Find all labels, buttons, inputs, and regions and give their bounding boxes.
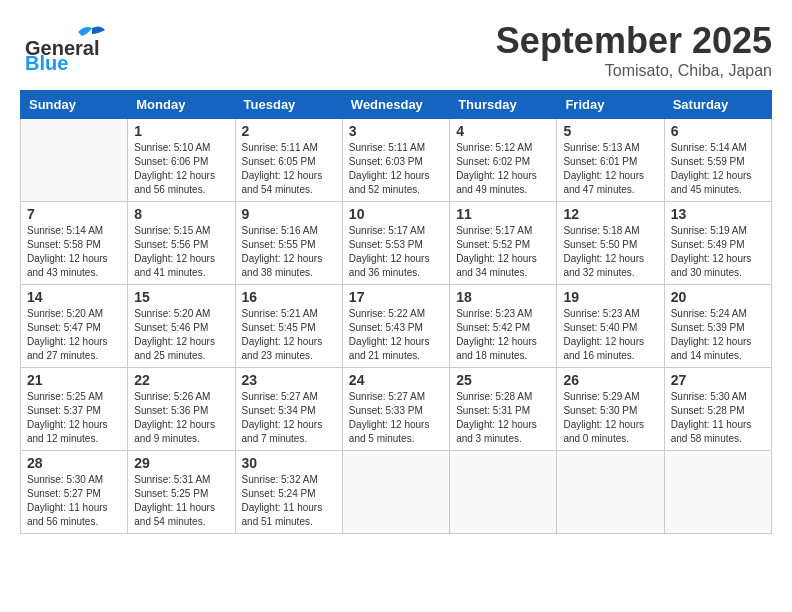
- calendar-cell: 3Sunrise: 5:11 AM Sunset: 6:03 PM Daylig…: [342, 119, 449, 202]
- calendar-cell: 11Sunrise: 5:17 AM Sunset: 5:52 PM Dayli…: [450, 202, 557, 285]
- month-title: September 2025: [496, 20, 772, 62]
- calendar-cell: 4Sunrise: 5:12 AM Sunset: 6:02 PM Daylig…: [450, 119, 557, 202]
- day-info: Sunrise: 5:25 AM Sunset: 5:37 PM Dayligh…: [27, 390, 121, 446]
- calendar-cell: 18Sunrise: 5:23 AM Sunset: 5:42 PM Dayli…: [450, 285, 557, 368]
- day-number: 18: [456, 289, 550, 305]
- calendar-cell: 6Sunrise: 5:14 AM Sunset: 5:59 PM Daylig…: [664, 119, 771, 202]
- day-info: Sunrise: 5:31 AM Sunset: 5:25 PM Dayligh…: [134, 473, 228, 529]
- calendar-cell: 12Sunrise: 5:18 AM Sunset: 5:50 PM Dayli…: [557, 202, 664, 285]
- weekday-header-tuesday: Tuesday: [235, 91, 342, 119]
- calendar-cell: 29Sunrise: 5:31 AM Sunset: 5:25 PM Dayli…: [128, 451, 235, 534]
- day-info: Sunrise: 5:11 AM Sunset: 6:05 PM Dayligh…: [242, 141, 336, 197]
- day-number: 26: [563, 372, 657, 388]
- calendar-week-1: 1Sunrise: 5:10 AM Sunset: 6:06 PM Daylig…: [21, 119, 772, 202]
- day-info: Sunrise: 5:17 AM Sunset: 5:53 PM Dayligh…: [349, 224, 443, 280]
- day-number: 12: [563, 206, 657, 222]
- day-info: Sunrise: 5:14 AM Sunset: 5:59 PM Dayligh…: [671, 141, 765, 197]
- day-number: 21: [27, 372, 121, 388]
- day-number: 19: [563, 289, 657, 305]
- day-info: Sunrise: 5:13 AM Sunset: 6:01 PM Dayligh…: [563, 141, 657, 197]
- day-info: Sunrise: 5:29 AM Sunset: 5:30 PM Dayligh…: [563, 390, 657, 446]
- day-number: 1: [134, 123, 228, 139]
- day-info: Sunrise: 5:12 AM Sunset: 6:02 PM Dayligh…: [456, 141, 550, 197]
- calendar-week-2: 7Sunrise: 5:14 AM Sunset: 5:58 PM Daylig…: [21, 202, 772, 285]
- day-number: 5: [563, 123, 657, 139]
- calendar-week-4: 21Sunrise: 5:25 AM Sunset: 5:37 PM Dayli…: [21, 368, 772, 451]
- weekday-header-wednesday: Wednesday: [342, 91, 449, 119]
- calendar-cell: 1Sunrise: 5:10 AM Sunset: 6:06 PM Daylig…: [128, 119, 235, 202]
- day-info: Sunrise: 5:24 AM Sunset: 5:39 PM Dayligh…: [671, 307, 765, 363]
- calendar-cell: 20Sunrise: 5:24 AM Sunset: 5:39 PM Dayli…: [664, 285, 771, 368]
- day-info: Sunrise: 5:30 AM Sunset: 5:27 PM Dayligh…: [27, 473, 121, 529]
- day-number: 4: [456, 123, 550, 139]
- day-info: Sunrise: 5:20 AM Sunset: 5:46 PM Dayligh…: [134, 307, 228, 363]
- calendar-cell: [342, 451, 449, 534]
- calendar-cell: [450, 451, 557, 534]
- calendar-week-5: 28Sunrise: 5:30 AM Sunset: 5:27 PM Dayli…: [21, 451, 772, 534]
- day-number: 6: [671, 123, 765, 139]
- day-info: Sunrise: 5:27 AM Sunset: 5:34 PM Dayligh…: [242, 390, 336, 446]
- weekday-header-monday: Monday: [128, 91, 235, 119]
- calendar-cell: 24Sunrise: 5:27 AM Sunset: 5:33 PM Dayli…: [342, 368, 449, 451]
- day-info: Sunrise: 5:23 AM Sunset: 5:40 PM Dayligh…: [563, 307, 657, 363]
- calendar-cell: 17Sunrise: 5:22 AM Sunset: 5:43 PM Dayli…: [342, 285, 449, 368]
- weekday-header-thursday: Thursday: [450, 91, 557, 119]
- calendar-cell: 5Sunrise: 5:13 AM Sunset: 6:01 PM Daylig…: [557, 119, 664, 202]
- calendar-cell: 13Sunrise: 5:19 AM Sunset: 5:49 PM Dayli…: [664, 202, 771, 285]
- day-number: 24: [349, 372, 443, 388]
- calendar-cell: 10Sunrise: 5:17 AM Sunset: 5:53 PM Dayli…: [342, 202, 449, 285]
- day-info: Sunrise: 5:28 AM Sunset: 5:31 PM Dayligh…: [456, 390, 550, 446]
- day-info: Sunrise: 5:20 AM Sunset: 5:47 PM Dayligh…: [27, 307, 121, 363]
- calendar-cell: [557, 451, 664, 534]
- calendar-cell: 2Sunrise: 5:11 AM Sunset: 6:05 PM Daylig…: [235, 119, 342, 202]
- weekday-header-saturday: Saturday: [664, 91, 771, 119]
- day-number: 27: [671, 372, 765, 388]
- calendar-cell: 26Sunrise: 5:29 AM Sunset: 5:30 PM Dayli…: [557, 368, 664, 451]
- calendar-cell: 16Sunrise: 5:21 AM Sunset: 5:45 PM Dayli…: [235, 285, 342, 368]
- calendar-cell: 15Sunrise: 5:20 AM Sunset: 5:46 PM Dayli…: [128, 285, 235, 368]
- title-block: September 2025 Tomisato, Chiba, Japan: [496, 20, 772, 80]
- day-number: 8: [134, 206, 228, 222]
- calendar-cell: 30Sunrise: 5:32 AM Sunset: 5:24 PM Dayli…: [235, 451, 342, 534]
- day-info: Sunrise: 5:32 AM Sunset: 5:24 PM Dayligh…: [242, 473, 336, 529]
- calendar-cell: 9Sunrise: 5:16 AM Sunset: 5:55 PM Daylig…: [235, 202, 342, 285]
- day-number: 9: [242, 206, 336, 222]
- page-header: General Blue September 2025 Tomisato, Ch…: [20, 20, 772, 80]
- calendar-cell: 19Sunrise: 5:23 AM Sunset: 5:40 PM Dayli…: [557, 285, 664, 368]
- weekday-header-friday: Friday: [557, 91, 664, 119]
- calendar-cell: 25Sunrise: 5:28 AM Sunset: 5:31 PM Dayli…: [450, 368, 557, 451]
- svg-text:Blue: Blue: [25, 52, 68, 70]
- day-info: Sunrise: 5:30 AM Sunset: 5:28 PM Dayligh…: [671, 390, 765, 446]
- calendar-cell: [21, 119, 128, 202]
- day-info: Sunrise: 5:27 AM Sunset: 5:33 PM Dayligh…: [349, 390, 443, 446]
- day-info: Sunrise: 5:10 AM Sunset: 6:06 PM Dayligh…: [134, 141, 228, 197]
- day-number: 30: [242, 455, 336, 471]
- day-info: Sunrise: 5:23 AM Sunset: 5:42 PM Dayligh…: [456, 307, 550, 363]
- calendar-cell: 8Sunrise: 5:15 AM Sunset: 5:56 PM Daylig…: [128, 202, 235, 285]
- day-info: Sunrise: 5:26 AM Sunset: 5:36 PM Dayligh…: [134, 390, 228, 446]
- day-info: Sunrise: 5:17 AM Sunset: 5:52 PM Dayligh…: [456, 224, 550, 280]
- day-number: 11: [456, 206, 550, 222]
- day-info: Sunrise: 5:19 AM Sunset: 5:49 PM Dayligh…: [671, 224, 765, 280]
- calendar-week-3: 14Sunrise: 5:20 AM Sunset: 5:47 PM Dayli…: [21, 285, 772, 368]
- day-number: 2: [242, 123, 336, 139]
- calendar-body: 1Sunrise: 5:10 AM Sunset: 6:06 PM Daylig…: [21, 119, 772, 534]
- day-info: Sunrise: 5:15 AM Sunset: 5:56 PM Dayligh…: [134, 224, 228, 280]
- calendar-table: SundayMondayTuesdayWednesdayThursdayFrid…: [20, 90, 772, 534]
- logo: General Blue: [20, 20, 140, 74]
- day-number: 7: [27, 206, 121, 222]
- day-number: 20: [671, 289, 765, 305]
- calendar-cell: 23Sunrise: 5:27 AM Sunset: 5:34 PM Dayli…: [235, 368, 342, 451]
- day-info: Sunrise: 5:11 AM Sunset: 6:03 PM Dayligh…: [349, 141, 443, 197]
- day-number: 25: [456, 372, 550, 388]
- calendar-cell: 27Sunrise: 5:30 AM Sunset: 5:28 PM Dayli…: [664, 368, 771, 451]
- day-number: 10: [349, 206, 443, 222]
- calendar-cell: [664, 451, 771, 534]
- logo-svg: General Blue: [20, 20, 140, 70]
- weekday-header-sunday: Sunday: [21, 91, 128, 119]
- day-number: 28: [27, 455, 121, 471]
- day-number: 23: [242, 372, 336, 388]
- calendar-cell: 21Sunrise: 5:25 AM Sunset: 5:37 PM Dayli…: [21, 368, 128, 451]
- day-number: 14: [27, 289, 121, 305]
- day-info: Sunrise: 5:22 AM Sunset: 5:43 PM Dayligh…: [349, 307, 443, 363]
